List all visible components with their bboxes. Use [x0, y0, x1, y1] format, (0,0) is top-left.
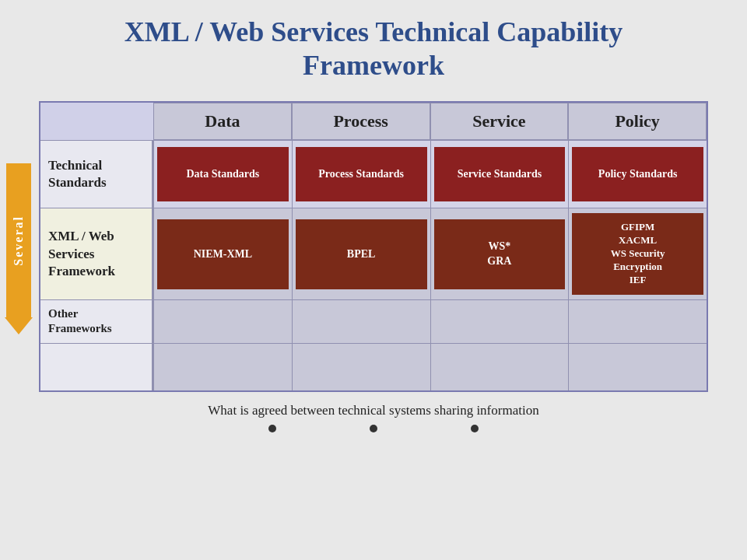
col-header-service: Service: [430, 103, 569, 140]
dot-3: [471, 425, 479, 432]
col-header-policy: Policy: [568, 103, 707, 140]
cell-other-data: [153, 300, 292, 343]
cell-other-policy: [568, 300, 707, 343]
gfipm-badge: GFIPM XACML WS Security Encryption IEF: [572, 213, 703, 294]
row-label-xml: XML / Web Services Framework: [40, 208, 153, 299]
page-wrapper: XML / Web Services Technical Capability …: [0, 0, 747, 560]
cell-policy-standards: Policy Standards: [568, 141, 707, 208]
other-row: Other Frameworks: [40, 299, 707, 343]
cell-empty-service: [430, 344, 569, 390]
bpel-badge: BPEL: [296, 219, 427, 289]
page-title: XML / Web Services Technical Capability …: [124, 16, 622, 82]
cell-other-process: [292, 300, 430, 343]
cell-service-standards: Service Standards: [430, 141, 569, 208]
technical-standards-row: Technical Standards Data Standards Proce…: [40, 140, 707, 208]
cell-empty-data: [153, 344, 292, 390]
xml-row: XML / Web Services Framework NIEM-XML BP…: [40, 208, 707, 299]
row-label-other: Other Frameworks: [40, 300, 153, 343]
ws-gra-badge: WS* GRA: [434, 219, 566, 289]
cell-empty-process: [292, 344, 430, 390]
arrow-down-icon: [5, 317, 33, 334]
cell-ws-gra: WS* GRA: [430, 208, 569, 299]
niem-badge: NIEM-XML: [157, 219, 289, 289]
dot-1: [268, 425, 276, 432]
header-row: Data Process Service Policy: [153, 103, 707, 140]
cell-other-service: [430, 300, 569, 343]
dots-row: [268, 425, 479, 432]
several-label: Several: [12, 215, 26, 266]
col-header-data: Data: [153, 103, 292, 140]
several-arrow: Several: [5, 163, 33, 334]
row-label-technical: Technical Standards: [40, 141, 153, 208]
footer-text: What is agreed between technical systems…: [208, 403, 538, 418]
process-standards-badge: Process Standards: [296, 147, 427, 201]
cell-niem: NIEM-XML: [153, 208, 292, 299]
main-grid: Data Process Service Policy Technical St…: [39, 101, 708, 391]
data-standards-badge: Data Standards: [157, 147, 289, 201]
cell-data-standards: Data Standards: [153, 141, 292, 208]
policy-standards-badge: Policy Standards: [572, 147, 703, 201]
cell-empty-policy: [568, 344, 707, 390]
cell-process-standards: Process Standards: [292, 141, 430, 208]
cell-gfipm: GFIPM XACML WS Security Encryption IEF: [568, 208, 707, 299]
cell-bpel: BPEL: [292, 208, 430, 299]
empty-row: [40, 343, 707, 390]
row-label-empty: [40, 344, 153, 390]
col-header-process: Process: [292, 103, 430, 140]
dot-2: [370, 425, 377, 432]
service-standards-badge: Service Standards: [434, 147, 566, 201]
